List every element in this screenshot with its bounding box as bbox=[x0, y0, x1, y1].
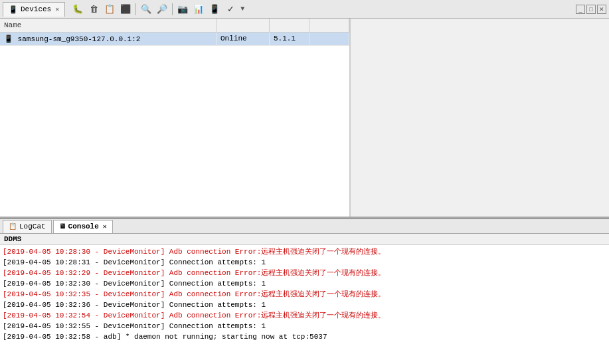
console-tab[interactable]: 🖥 Console ✕ bbox=[53, 220, 113, 233]
log-line: [2019-04-05 10:32:55 - DeviceMonitor] Co… bbox=[3, 321, 606, 331]
device-status: Online bbox=[217, 32, 270, 45]
table-row[interactable]: 📱 samsung-sm_g9350-127.0.0.1:2 Online 5.… bbox=[0, 32, 349, 45]
log-line: [2019-04-05 10:28:31 - DeviceMonitor] Co… bbox=[3, 257, 606, 268]
toolbar-check-btn[interactable]: ✓ bbox=[223, 2, 238, 17]
close-btn[interactable]: ✕ bbox=[597, 5, 606, 14]
col-extra bbox=[309, 19, 349, 32]
console-tab-icon: 🖥 bbox=[59, 223, 66, 230]
device-table: Name 📱 samsung-sm_g9350-127.0.0.1:2 Onli… bbox=[0, 19, 349, 46]
toolbar-delete-btn[interactable]: 🗑 bbox=[86, 2, 101, 17]
toolbar-chart-btn[interactable]: 📊 bbox=[191, 2, 206, 17]
device-tab-icon: 📱 bbox=[9, 5, 18, 14]
toolbar-search2-btn[interactable]: 🔎 bbox=[155, 2, 169, 17]
console-tab-close[interactable]: ✕ bbox=[103, 223, 107, 230]
toolbar-sep-2 bbox=[172, 3, 173, 15]
logcat-tab-label: LogCat bbox=[19, 223, 46, 230]
main-content: Name 📱 samsung-sm_g9350-127.0.0.1:2 Onli… bbox=[0, 19, 609, 217]
log-line: [2019-04-05 10:32:35 - DeviceMonitor] Ad… bbox=[3, 289, 606, 300]
log-line: [2019-04-05 10:32:58 - adb] * daemon not… bbox=[3, 331, 606, 342]
bottom-panel: 📋 LogCat 🖥 Console ✕ DDMS [2019-04-05 10… bbox=[0, 218, 609, 364]
devices-tab-close[interactable]: ✕ bbox=[55, 5, 59, 13]
toolbar-debug-btn[interactable]: 🐛 bbox=[70, 2, 85, 17]
log-line: [2019-04-05 10:32:36 - DeviceMonitor] Co… bbox=[3, 300, 606, 310]
toolbar-copy-btn[interactable]: 📋 bbox=[102, 2, 117, 17]
window-controls: _ □ ✕ bbox=[576, 5, 606, 14]
devices-tab[interactable]: 📱 Devices ✕ bbox=[3, 2, 65, 17]
console-tab-label: Console bbox=[68, 223, 99, 230]
devices-tab-label: Devices bbox=[21, 5, 51, 13]
console-output[interactable]: [2019-04-05 10:28:30 - DeviceMonitor] Ad… bbox=[0, 245, 609, 364]
bottom-tab-bar: 📋 LogCat 🖥 Console ✕ bbox=[0, 219, 609, 234]
ddms-section-label: DDMS bbox=[0, 234, 609, 245]
toolbar-camera-btn[interactable]: 📷 bbox=[175, 2, 190, 17]
device-version: 5.1.1 bbox=[270, 32, 309, 45]
logcat-tab-icon: 📋 bbox=[9, 223, 17, 230]
maximize-btn[interactable]: □ bbox=[586, 5, 596, 14]
toolbar-phone-btn[interactable]: 📱 bbox=[207, 2, 222, 17]
device-name: samsung-sm_g9350-127.0.0.1:2 bbox=[18, 35, 141, 43]
right-panel bbox=[350, 19, 609, 217]
toolbar-stop-btn[interactable]: ⬛ bbox=[118, 2, 133, 17]
toolbar-sep-1 bbox=[135, 3, 136, 15]
device-icon: 📱 bbox=[4, 35, 13, 43]
col-status bbox=[217, 19, 270, 32]
device-extra bbox=[309, 32, 349, 45]
logcat-tab[interactable]: 📋 LogCat bbox=[3, 220, 52, 233]
log-line: [2019-04-05 10:28:30 - DeviceMonitor] Ad… bbox=[3, 246, 606, 257]
col-name: Name bbox=[0, 19, 217, 32]
toolbar-dropdown-arrow[interactable]: ▼ bbox=[239, 5, 246, 13]
col-version bbox=[270, 19, 309, 32]
device-table-container: Name 📱 samsung-sm_g9350-127.0.0.1:2 Onli… bbox=[0, 19, 350, 217]
log-line: [2019-04-05 10:32:29 - DeviceMonitor] Ad… bbox=[3, 268, 606, 278]
log-line: [2019-04-05 10:32:54 - DeviceMonitor] Ad… bbox=[3, 310, 606, 321]
toolbar-search1-btn[interactable]: 🔍 bbox=[139, 2, 153, 17]
log-line: [2019-04-05 10:32:30 - DeviceMonitor] Co… bbox=[3, 278, 606, 289]
devices-panel: 📱 Devices ✕ 🐛 🗑 📋 ⬛ 🔍 🔎 📷 📊 📱 ✓ ▼ _ □ ✕ bbox=[0, 0, 609, 218]
devices-toolbar: 🐛 🗑 📋 ⬛ 🔍 🔎 📷 📊 📱 ✓ ▼ bbox=[68, 0, 576, 19]
device-name-cell: 📱 samsung-sm_g9350-127.0.0.1:2 bbox=[0, 32, 217, 45]
minimize-btn[interactable]: _ bbox=[576, 5, 585, 14]
